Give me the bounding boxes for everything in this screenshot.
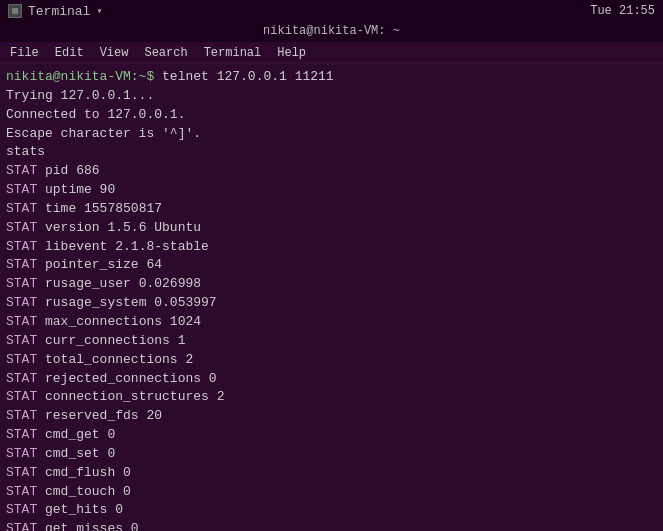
terminal-line: STAT cmd_set 0 [6,445,657,464]
datetime: Tue 21:55 [590,4,655,18]
terminal-line: STAT version 1.5.6 Ubuntu [6,219,657,238]
menu-file[interactable]: File [4,45,45,61]
user-host-text: nikita@nikita-VM: ~ [263,24,400,38]
terminal-icon: ▤ [8,4,22,18]
menu-help[interactable]: Help [271,45,312,61]
terminal-line: STAT get_misses 0 [6,520,657,531]
menu-terminal[interactable]: Terminal [198,45,268,61]
terminal-line: STAT cmd_flush 0 [6,464,657,483]
terminal-line: STAT libevent 2.1.8-stable [6,238,657,257]
menu-bar: File Edit View Search Terminal Help [0,42,663,64]
terminal-line: STAT total_connections 2 [6,351,657,370]
terminal-line: STAT get_hits 0 [6,501,657,520]
menu-search[interactable]: Search [138,45,193,61]
user-host-bar: nikita@nikita-VM: ~ [0,22,663,42]
terminal-line: STAT connection_structures 2 [6,388,657,407]
title-bar: ▤ Terminal ▾ Tue 21:55 [0,0,663,22]
terminal-line: STAT rejected_connections 0 [6,370,657,389]
terminal-body[interactable]: nikita@nikita-VM:~$ telnet 127.0.0.1 112… [0,64,663,531]
terminal-line: Trying 127.0.0.1... [6,87,657,106]
terminal-line: STAT reserved_fds 20 [6,407,657,426]
terminal-line: STAT rusage_user 0.026998 [6,275,657,294]
terminal-line: STAT rusage_system 0.053997 [6,294,657,313]
terminal-line: STAT cmd_touch 0 [6,483,657,502]
title-bar-left: ▤ Terminal ▾ [8,4,102,19]
menu-view[interactable]: View [94,45,135,61]
terminal-line: Connected to 127.0.0.1. [6,106,657,125]
terminal-line: nikita@nikita-VM:~$ telnet 127.0.0.1 112… [6,68,657,87]
terminal-line: STAT curr_connections 1 [6,332,657,351]
terminal-line: stats [6,143,657,162]
terminal-line: STAT uptime 90 [6,181,657,200]
terminal-line: STAT cmd_get 0 [6,426,657,445]
menu-edit[interactable]: Edit [49,45,90,61]
terminal-line: STAT time 1557850817 [6,200,657,219]
terminal-line: STAT pid 686 [6,162,657,181]
app-title: Terminal [28,4,90,19]
terminal-line: Escape character is '^]'. [6,125,657,144]
terminal-line: STAT max_connections 1024 [6,313,657,332]
terminal-line: STAT pointer_size 64 [6,256,657,275]
title-dropdown-icon[interactable]: ▾ [96,5,102,17]
